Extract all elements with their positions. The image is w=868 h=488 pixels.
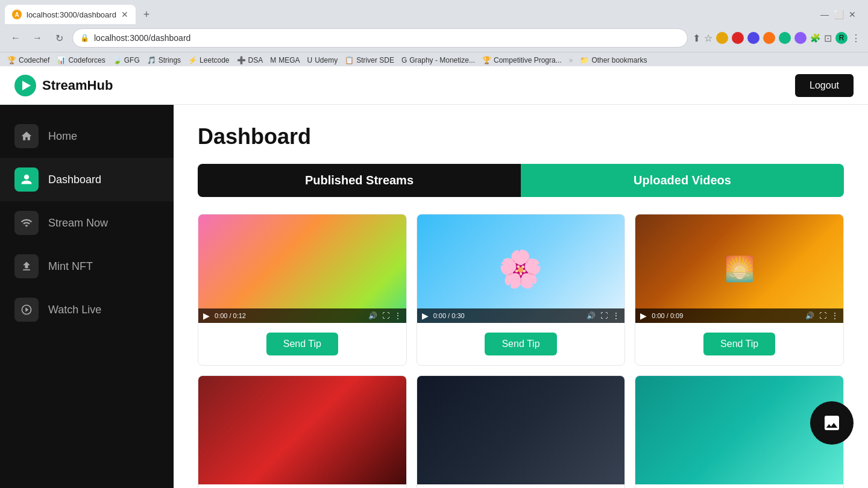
extension-icon-2[interactable] (732, 32, 744, 44)
stream-now-icon (14, 211, 39, 235)
tabs-bar: Published Streams Uploaded Videos (198, 164, 844, 197)
video-card-2: 🌸 ▶ 0:00 / 0:30 🔊 ⛶ ⋮ Send Tip (417, 214, 626, 366)
browser-actions: ⬆ ☆ 🧩 ⊡ R ⋮ (693, 32, 861, 44)
page-title: Dashboard (198, 124, 844, 149)
logo-icon (14, 75, 36, 96)
video-card-footer-5: Send Tip (417, 484, 625, 488)
home-icon (14, 124, 39, 148)
sidebar-item-dashboard[interactable]: Dashboard (0, 158, 174, 201)
bookmark-competitive[interactable]: 🏆 Competitive Progra... (482, 56, 562, 64)
extension-icon-5[interactable] (779, 32, 791, 44)
extension-icon-1[interactable] (716, 32, 728, 44)
tab-bar: A localhost:3000/dashboard ✕ + — ⬜ ✕ (0, 0, 868, 24)
window-maximize[interactable]: ⬜ (834, 10, 844, 19)
video-thumbnail-4 (198, 376, 406, 484)
video-card-footer-6: Send Tip (635, 484, 843, 488)
sidebar: Home Dashboard Stream Now Mint NFT (0, 105, 174, 488)
more-icon-2[interactable]: ⋮ (612, 311, 620, 320)
bookmark-icon[interactable]: ☆ (704, 33, 712, 44)
browser-controls: ← → ↻ 🔒 localhost:3000/dashboard ⬆ ☆ 🧩 ⊡… (0, 24, 868, 52)
bookmark-mega[interactable]: M MEGA (270, 56, 300, 64)
profile-icon[interactable]: R (835, 32, 848, 44)
logo-play-icon (22, 81, 31, 90)
bookmark-udemy[interactable]: U Udemy (307, 56, 338, 64)
bookmark-leetcode[interactable]: ⚡ Leetcode (188, 56, 229, 64)
new-tab-button[interactable]: + (138, 6, 155, 23)
video-controls-2: ▶ 0:00 / 0:30 🔊 ⛶ ⋮ (417, 308, 625, 323)
menu-button[interactable]: ⋮ (851, 33, 861, 44)
send-tip-button-3[interactable]: Send Tip (703, 333, 775, 355)
window-close[interactable]: ✕ (849, 10, 856, 19)
volume-icon-2[interactable]: 🔊 (587, 311, 596, 320)
sidebar-item-watch-live[interactable]: Watch Live (0, 288, 174, 331)
sidebar-label-dashboard: Dashboard (48, 174, 101, 186)
fullscreen-icon-1[interactable]: ⛶ (382, 311, 389, 320)
active-tab[interactable]: A localhost:3000/dashboard ✕ (5, 5, 136, 24)
fullscreen-icon-2[interactable]: ⛶ (600, 311, 608, 320)
send-tip-button-1[interactable]: Send Tip (266, 333, 338, 355)
extensions-more[interactable]: 🧩 (810, 33, 820, 43)
more-icon-3[interactable]: ⋮ (831, 311, 838, 320)
back-button[interactable]: ← (7, 30, 24, 46)
forward-button[interactable]: → (29, 30, 46, 46)
video-controls-1: ▶ 0:00 / 0:12 🔊 ⛶ ⋮ (198, 308, 406, 323)
floating-action-button[interactable] (810, 401, 854, 445)
logout-button[interactable]: Logout (795, 74, 854, 97)
video-card-5: Send Tip (417, 375, 626, 488)
volume-icon-1[interactable]: 🔊 (368, 311, 377, 320)
sidebar-toggle[interactable]: ⊡ (824, 33, 832, 44)
play-button-3[interactable]: ▶ (640, 311, 647, 321)
more-icon-1[interactable]: ⋮ (394, 311, 401, 320)
bookmark-gfg[interactable]: 🍃 GFG (113, 56, 140, 64)
app-header: StreamHub Logout (0, 66, 868, 105)
bookmark-graphy[interactable]: G Graphy - Monetize... (401, 56, 475, 64)
video-thumbnail-2: 🌸 ▶ 0:00 / 0:30 🔊 ⛶ ⋮ (417, 214, 625, 323)
extension-icon-6[interactable] (794, 32, 807, 44)
bookmark-codeforces[interactable]: 📊 Codeforces (57, 56, 105, 64)
refresh-button[interactable]: ↻ (51, 30, 68, 46)
bookmark-striver[interactable]: 📋 Striver SDE (345, 56, 394, 64)
tab-published-streams[interactable]: Published Streams (198, 164, 521, 197)
video-thumbnail-3: 🌅 ▶ 0:00 / 0:09 🔊 ⛶ ⋮ (635, 214, 843, 323)
video-card-footer-2: Send Tip (417, 323, 625, 365)
window-minimize[interactable]: — (820, 10, 829, 19)
play-button-2[interactable]: ▶ (422, 311, 429, 321)
browser-chrome: A localhost:3000/dashboard ✕ + — ⬜ ✕ ← →… (0, 0, 868, 66)
bookmark-codechef[interactable]: 🏆 Codechef (7, 56, 49, 64)
video-controls-3: ▶ 0:00 / 0:09 🔊 ⛶ ⋮ (635, 308, 843, 323)
share-icon[interactable]: ⬆ (693, 33, 700, 44)
sidebar-label-mint-nft: Mint NFT (48, 260, 93, 273)
sidebar-label-stream-now: Stream Now (48, 217, 108, 230)
video-thumbnail-5 (417, 376, 625, 484)
extension-icon-4[interactable] (763, 32, 775, 44)
sidebar-item-stream-now[interactable]: Stream Now (0, 201, 174, 245)
tab-uploaded-videos[interactable]: Uploaded Videos (521, 164, 844, 197)
extension-icon-3[interactable] (747, 32, 760, 44)
send-tip-button-2[interactable]: Send Tip (485, 333, 556, 355)
bookmark-strings[interactable]: 🎵 Strings (147, 56, 181, 64)
video-card-footer-3: Send Tip (635, 323, 843, 365)
logo-area: StreamHub (14, 75, 113, 96)
bookmark-dsa[interactable]: ➕ DSA (237, 56, 263, 64)
play-button-1[interactable]: ▶ (203, 311, 210, 321)
app-body: Home Dashboard Stream Now Mint NFT (0, 105, 868, 488)
sidebar-label-home: Home (48, 130, 77, 143)
address-bar[interactable]: 🔒 localhost:3000/dashboard (72, 28, 688, 48)
tab-close-button[interactable]: ✕ (121, 10, 128, 19)
mint-nft-icon (14, 254, 39, 278)
logo-text: StreamHub (42, 78, 113, 93)
bookmark-other[interactable]: 📁 Other bookmarks (580, 56, 647, 64)
tab-favicon: A (12, 10, 22, 19)
fullscreen-icon-3[interactable]: ⛶ (819, 311, 826, 320)
video-time-3: 0:00 / 0:09 (652, 312, 800, 319)
sidebar-item-mint-nft[interactable]: Mint NFT (0, 245, 174, 288)
dashboard-icon (14, 167, 39, 192)
video-grid: ▶ 0:00 / 0:12 🔊 ⛶ ⋮ Send Tip (198, 214, 844, 488)
video-card-4: Send Tip (198, 375, 407, 488)
video-card-1: ▶ 0:00 / 0:12 🔊 ⛶ ⋮ Send Tip (198, 214, 407, 366)
video-card-3: 🌅 ▶ 0:00 / 0:09 🔊 ⛶ ⋮ Send Tip (635, 214, 844, 366)
sidebar-item-home[interactable]: Home (0, 114, 174, 158)
watch-live-icon (14, 298, 39, 322)
volume-icon-3[interactable]: 🔊 (805, 311, 814, 320)
address-text: localhost:3000/dashboard (94, 33, 680, 43)
